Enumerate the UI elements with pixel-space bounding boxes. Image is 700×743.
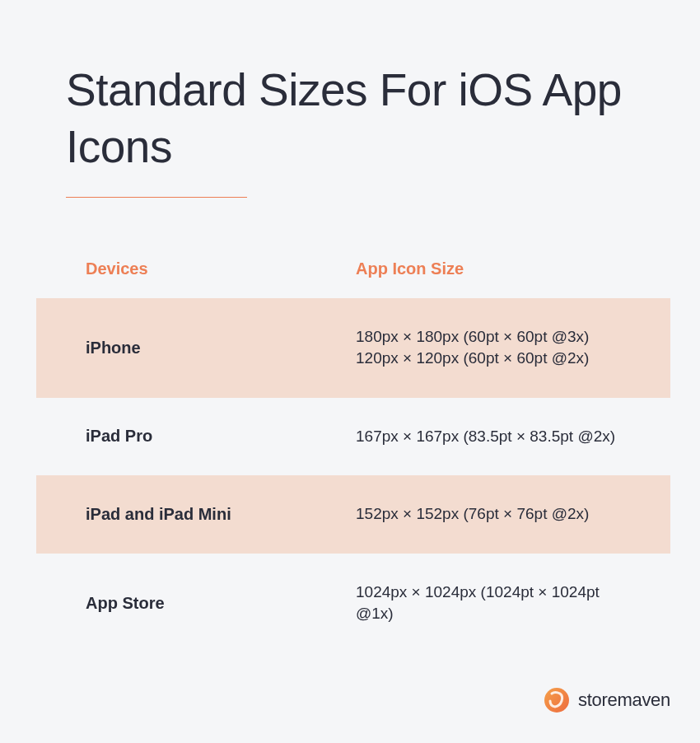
title-underline — [66, 197, 247, 198]
table-header: Devices App Icon Size — [36, 259, 670, 298]
table-row: iPad and iPad Mini 152px × 152px (76pt ×… — [36, 475, 670, 554]
device-cell: iPad and iPad Mini — [86, 505, 356, 524]
brand-name: storemaven — [578, 689, 670, 711]
brand-logo: storemaven — [544, 687, 670, 713]
page-title: Standard Sizes For iOS App Icons — [66, 62, 663, 175]
table-row: iPhone 180px × 180px (60pt × 60pt @3x)12… — [36, 298, 670, 398]
size-cell: 167px × 167px (83.5pt × 83.5pt @2x) — [356, 426, 621, 448]
storemaven-icon — [544, 687, 570, 713]
size-cell: 180px × 180px (60pt × 60pt @3x)120px × 1… — [356, 326, 621, 370]
device-cell: iPad Pro — [86, 427, 356, 446]
table-row: iPad Pro 167px × 167px (83.5pt × 83.5pt … — [36, 398, 670, 476]
table-row: App Store 1024px × 1024px (1024pt × 1024… — [36, 554, 670, 653]
header-size: App Icon Size — [356, 259, 621, 278]
size-cell: 152px × 152px (76pt × 76pt @2x) — [356, 503, 621, 526]
header-devices: Devices — [86, 259, 356, 278]
size-cell: 1024px × 1024px (1024pt × 1024pt @1x) — [356, 582, 621, 625]
device-cell: App Store — [86, 594, 356, 613]
device-cell: iPhone — [86, 339, 356, 357]
sizes-table: Devices App Icon Size iPhone 180px × 180… — [36, 259, 670, 654]
